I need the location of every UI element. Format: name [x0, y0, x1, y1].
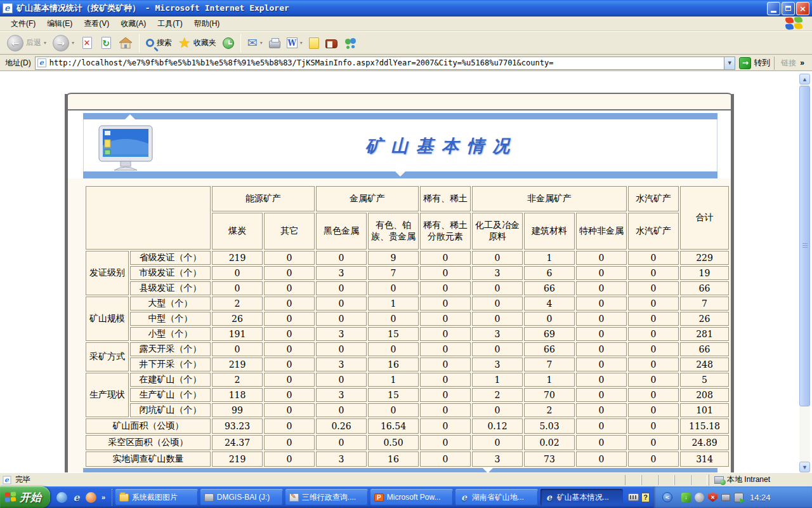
table-cell: 0: [628, 403, 679, 417]
page-frame-right-border: [731, 94, 734, 472]
windows-flag-icon: [5, 491, 16, 503]
table-cell: 66: [524, 342, 575, 356]
language-help-icon[interactable]: ?: [641, 493, 650, 502]
taskbar-button-2[interactable]: 三维行政查询....: [285, 489, 368, 505]
table-cell: 0: [264, 327, 315, 341]
links-bar[interactable]: 链接 »: [774, 57, 809, 70]
table-cell: 248: [680, 358, 729, 371]
menu-item-4[interactable]: 工具(T): [152, 17, 188, 31]
forward-button[interactable]: → ▾: [49, 33, 77, 53]
table-cell: 0: [420, 312, 471, 326]
updates-tray-icon[interactable]: ↓: [681, 493, 691, 502]
scroll-up-button[interactable]: ▲: [799, 74, 810, 84]
table-cell: 0: [316, 403, 367, 417]
back-button[interactable]: ← 后退 ▾: [4, 33, 49, 53]
column-header: 稀有、稀土分散元素: [420, 213, 471, 250]
minimize-button[interactable]: [767, 2, 780, 15]
menu-item-5[interactable]: 帮助(H): [188, 17, 226, 31]
go-button[interactable]: → 转到: [739, 57, 770, 69]
table-cell: 0: [264, 373, 315, 387]
display-tray-icon[interactable]: [721, 494, 730, 501]
volume-tray-icon[interactable]: [695, 493, 704, 502]
summary-row-label: 采空区面积（公顷）: [86, 435, 211, 450]
research-button[interactable]: [322, 33, 341, 53]
messenger-button[interactable]: [341, 33, 360, 53]
menu-item-3[interactable]: 收藏(A): [115, 17, 152, 31]
row-label: 县级发证（个）: [130, 281, 211, 295]
column-group-header: 稀有、稀土: [420, 186, 471, 211]
quicklaunch-ie-icon[interactable]: e: [71, 492, 82, 503]
start-button[interactable]: 开始: [0, 486, 50, 508]
home-icon: [119, 37, 133, 50]
table-cell: 0: [264, 281, 315, 295]
table-cell: 0: [628, 388, 679, 402]
taskbar-button-0[interactable]: 系统截图图片: [115, 489, 198, 505]
taskbar-button-1[interactable]: DMGIS-BAI (J:): [200, 489, 283, 505]
history-button[interactable]: [219, 33, 237, 53]
edit-word-button[interactable]: W▾: [284, 33, 306, 53]
menu-item-0[interactable]: 文件(F): [5, 17, 41, 31]
table-cell: 0: [420, 418, 471, 434]
discuss-button[interactable]: [306, 33, 322, 53]
table-cell: 0: [264, 358, 315, 371]
menu-item-2[interactable]: 查看(V): [78, 17, 115, 31]
table-cell: 0.02: [524, 435, 575, 450]
row-group-label: 发证级别: [86, 251, 129, 295]
table-summary-row: 实地调查矿山数量2190316037300314: [86, 451, 729, 467]
security-zone: 本地 Intranet: [709, 474, 810, 486]
table-row: 市级发证（个）00370360019: [86, 266, 729, 280]
table-cell: 0: [576, 297, 627, 311]
safely-remove-icon[interactable]: [734, 493, 743, 502]
quicklaunch-overflow-chevron[interactable]: »: [102, 493, 105, 501]
favorites-button[interactable]: ★ 收藏夹: [175, 33, 219, 53]
status-page-icon: e: [3, 476, 11, 484]
table-cell: 3: [472, 327, 523, 341]
taskbar-button-label: 系统截图图片: [132, 492, 178, 503]
table-cell: 0: [576, 342, 627, 356]
search-button[interactable]: 搜索: [143, 33, 175, 53]
print-button[interactable]: [266, 33, 284, 53]
menu-item-1[interactable]: 编辑(E): [41, 17, 78, 31]
table-cell: 0: [420, 327, 471, 341]
home-button[interactable]: [115, 33, 136, 53]
address-dropdown-button[interactable]: ▼: [724, 57, 735, 69]
ie-icon: e: [459, 493, 469, 502]
table-cell: 26: [680, 312, 729, 326]
quicklaunch-media-icon[interactable]: [86, 492, 96, 503]
table-cell: 24.89: [680, 435, 729, 450]
table-cell: 0: [420, 373, 471, 387]
stop-button[interactable]: ✕: [77, 33, 96, 53]
taskbar-button-4[interactable]: e湖南省矿山地...: [455, 489, 538, 505]
table-cell: 66: [524, 281, 575, 295]
ie-icon: e: [544, 493, 554, 502]
taskbar-button-3[interactable]: PMicrosoft Pow...: [370, 489, 453, 505]
taskbar-button-5[interactable]: e矿山基本情况...: [540, 489, 623, 505]
scrollbar-thumb[interactable]: [799, 86, 810, 406]
security-shield-icon[interactable]: ✕: [708, 493, 717, 502]
address-input[interactable]: e http://localhost/%e7%9f%bf%e5%b1%b1%e5…: [35, 57, 736, 70]
restore-button[interactable]: [782, 2, 795, 15]
stats-table: 能源矿产金属矿产稀有、稀土非金属矿产水汽矿产合计煤炭其它黑色金属有色、铂族、贵金…: [84, 185, 730, 468]
table-cell: 0: [420, 297, 471, 311]
row-group-label: 采矿方式: [86, 342, 129, 371]
row-label: 大型（个）: [130, 297, 211, 311]
table-cell: 99: [212, 403, 263, 417]
table-cell: 0: [628, 435, 679, 450]
status-pane: [658, 475, 674, 485]
table-cell: 0: [628, 251, 679, 265]
input-method-keyboard-icon[interactable]: [628, 493, 639, 501]
table-cell: 6: [524, 266, 575, 280]
scroll-down-button[interactable]: ▼: [799, 462, 810, 472]
refresh-button[interactable]: ↻: [96, 33, 115, 53]
vertical-scrollbar[interactable]: ▲ ▼: [799, 74, 810, 472]
table-cell: 26: [212, 312, 263, 326]
note-icon: [309, 37, 319, 49]
quicklaunch-internet-icon[interactable]: [56, 492, 67, 503]
table-summary-row: 采空区面积（公顷）24.37000.50000.020024.89: [86, 435, 729, 450]
mail-button[interactable]: ✉▾: [244, 33, 266, 53]
hide-icons-chevron[interactable]: <: [662, 492, 672, 502]
table-cell: 0: [212, 342, 263, 356]
table-cell: 0: [628, 373, 679, 387]
close-button[interactable]: ×: [796, 2, 809, 15]
column-group-header: [86, 186, 211, 250]
